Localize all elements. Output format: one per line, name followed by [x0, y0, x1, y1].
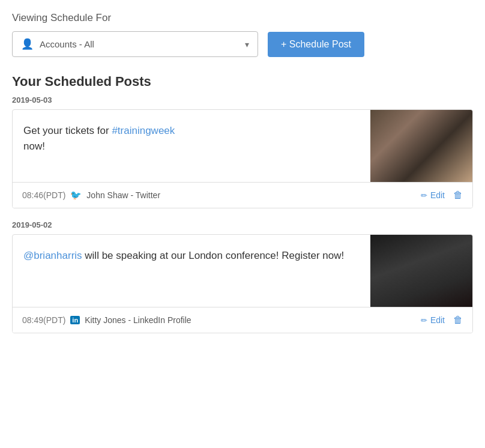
- edit-label-2: Edit: [430, 315, 445, 325]
- post-text-2: @brianharris will be speaking at our Lon…: [13, 235, 370, 307]
- post-text-1: Get your tickets for #trainingweeknow!: [13, 110, 370, 182]
- post-account-2: Kitty Jones - LinkedIn Profile: [85, 315, 191, 325]
- pencil-icon-1: ✏: [421, 191, 427, 200]
- post-meta-1: 08:46(PDT) 🐦 John Shaw - Twitter: [22, 190, 160, 201]
- date-label-2: 2019-05-02: [12, 220, 473, 229]
- post-body-2: @brianharris will be speaking at our Lon…: [13, 235, 472, 307]
- delete-button-1[interactable]: 🗑: [453, 190, 463, 201]
- chevron-down-icon: ▾: [245, 40, 249, 49]
- post-image-1: [370, 110, 472, 182]
- post-time-2: 08:49(PDT): [22, 315, 65, 325]
- post-link-2[interactable]: @brianharris: [23, 250, 82, 261]
- linkedin-icon-2: in: [70, 316, 80, 324]
- person-icon: 👤: [21, 38, 34, 50]
- post-footer-1: 08:46(PDT) 🐦 John Shaw - Twitter ✏ Edit …: [13, 182, 472, 208]
- post-time-1: 08:46(PDT): [22, 190, 65, 200]
- post-account-1: John Shaw - Twitter: [86, 190, 160, 200]
- post-card-1: Get your tickets for #trainingweeknow! 0…: [12, 109, 473, 208]
- top-controls: 👤 Accounts - All ▾ + Schedule Post: [12, 31, 473, 57]
- post-text-after-2: will be speaking at our London conferenc…: [82, 250, 345, 261]
- post-actions-2: ✏ Edit 🗑: [421, 315, 463, 325]
- edit-button-1[interactable]: ✏ Edit: [421, 190, 445, 200]
- date-group-2: 2019-05-02 @brianharris will be speaking…: [12, 220, 473, 333]
- date-group-1: 2019-05-03 Get your tickets for #trainin…: [12, 95, 473, 208]
- post-actions-1: ✏ Edit 🗑: [421, 190, 463, 201]
- trash-icon-1: 🗑: [453, 190, 463, 200]
- post-text-before-1: Get your tickets for: [23, 125, 112, 136]
- post-card-2: @brianharris will be speaking at our Lon…: [12, 234, 473, 333]
- post-text-after-1: now!: [23, 141, 45, 152]
- pencil-icon-2: ✏: [421, 316, 427, 325]
- post-footer-2: 08:49(PDT) in Kitty Jones - LinkedIn Pro…: [13, 307, 472, 333]
- post-meta-2: 08:49(PDT) in Kitty Jones - LinkedIn Pro…: [22, 315, 191, 325]
- trash-icon-2: 🗑: [453, 315, 463, 325]
- twitter-icon-1: 🐦: [70, 190, 82, 201]
- post-image-2: [370, 235, 472, 307]
- accounts-dropdown-label: Accounts - All: [40, 39, 94, 49]
- delete-button-2[interactable]: 🗑: [453, 315, 463, 325]
- viewing-label: Viewing Schedule For: [12, 12, 473, 24]
- edit-label-1: Edit: [430, 190, 445, 200]
- accounts-dropdown-left: 👤 Accounts - All: [21, 38, 94, 50]
- schedule-post-button[interactable]: + Schedule Post: [268, 32, 364, 57]
- section-title: Your Scheduled Posts: [12, 74, 473, 89]
- post-link-1[interactable]: #trainingweek: [112, 125, 175, 136]
- date-label-1: 2019-05-03: [12, 95, 473, 104]
- edit-button-2[interactable]: ✏ Edit: [421, 315, 445, 325]
- accounts-dropdown[interactable]: 👤 Accounts - All ▾: [12, 31, 258, 57]
- post-body-1: Get your tickets for #trainingweeknow!: [13, 110, 472, 182]
